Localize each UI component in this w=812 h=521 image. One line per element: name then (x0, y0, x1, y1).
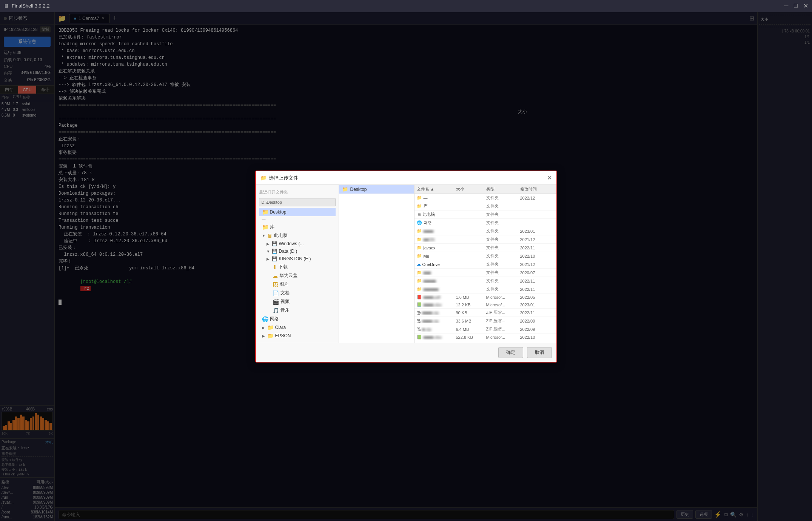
file-table-header: 文件名 ▲ 大小 类型 修改时间 (414, 185, 556, 194)
mid-label: Desktop (350, 187, 367, 192)
tree-label: 网络 (270, 316, 279, 322)
file-row[interactable]: 📁■■■■■ 文件夹 2022/11 (414, 277, 556, 285)
tree-label: 华为云盘 (279, 272, 297, 279)
app-title: FinalShell 3.9.2.2 (12, 3, 49, 9)
recent-path[interactable]: D:\Desktop (259, 198, 336, 206)
file-row[interactable]: 🗜■.zip 6.4 MB ZIP 压缩... 2022/09 (414, 325, 556, 334)
file-row[interactable]: 📁■■■■ 文件夹 2023/01 (414, 227, 556, 235)
file-row[interactable]: 🌐网络 文件夹 (414, 219, 556, 227)
minimize-btn[interactable]: ─ (784, 2, 788, 9)
file-row[interactable]: 📁库 文件夹 (414, 202, 556, 211)
tree-item-ku[interactable]: 📁 库 (259, 223, 336, 231)
tree-item-music[interactable]: 🎵 音乐 (259, 306, 336, 315)
pdf-icon: 📕 (417, 295, 422, 300)
tree-item-pictures[interactable]: 🖼 图片 (259, 280, 336, 289)
mid-item-desktop[interactable]: 📁 Desktop (339, 185, 414, 194)
tree-item-kingston[interactable]: ▶ 💾 KINGSTON (E:) (259, 255, 336, 263)
tree-label: 图片 (279, 281, 288, 287)
file-row[interactable]: 📗■■■■.xlsx 522.8 KB Microsof... 2022/10 (414, 334, 556, 341)
tree-item-desktop[interactable]: 📁 Desktop (259, 208, 336, 216)
file-row[interactable]: 🗜■■■■.zip 33.6 MB ZIP 压缩... 2022/09 (414, 317, 556, 325)
dialog-titlebar: 📁 选择上传文件 ✕ (256, 171, 556, 185)
file-row[interactable]: 📁javaex 文件夹 2022/11 (414, 244, 556, 252)
file-row[interactable]: 📗■■■■.xlsx 12.2 KB Microsof... 2023/01 (414, 301, 556, 309)
folder-icon: 🖼 (273, 281, 278, 287)
tree-item-windows[interactable]: ▶ 💾 Windows (... (259, 240, 336, 247)
close-btn[interactable]: ✕ (803, 2, 808, 9)
dialog-close-button[interactable]: ✕ (547, 174, 552, 181)
drive-icon: 💾 (272, 249, 277, 254)
folder-icon: 📁 (417, 254, 422, 258)
tree-label: 文档 (280, 290, 290, 296)
tree-item-network[interactable]: 🌐 网络 (259, 315, 336, 323)
file-row[interactable]: 🗜■■■■.zip 90 KB ZIP 压缩... 2022/11 (414, 309, 556, 317)
tree-item-huawei[interactable]: ☁ 华为云盘 (259, 271, 336, 280)
folder-icon: 📄 (273, 290, 279, 296)
tree-item-data[interactable]: ▼ 💾 Data (D:) (259, 247, 336, 255)
titlebar: 🖥 FinalShell 3.9.2.2 ─ □ ✕ (0, 0, 812, 12)
folder-icon: 🎵 (273, 307, 279, 314)
tree-item-download[interactable]: ⬇ 下载 (259, 263, 336, 271)
file-row[interactable]: ☁OneDrive 文件夹 2021/12 (414, 260, 556, 269)
file-row[interactable]: 📁■■■ 文件夹 2020/07 (414, 269, 556, 277)
folder-icon: 🌐 (417, 220, 422, 225)
col-type[interactable]: 类型 (486, 186, 520, 192)
file-row[interactable]: 📕■■■■.pdf 1.6 MB Microsof... 2022/05 (414, 294, 556, 301)
tree-label: KINGSTON (E:) (279, 256, 311, 261)
file-upload-dialog: 📁 选择上传文件 ✕ 最近打开文件夹 D:\Desktop 📁 Desktop … (255, 171, 557, 363)
folder-icon: ⬇ (273, 264, 277, 270)
tree-item-epson[interactable]: ▶ 📁 EPSON (259, 332, 336, 340)
dialog-footer: 确定 取消 (256, 343, 556, 362)
tree-item-clara[interactable]: ▶ 📁 Clara (259, 323, 336, 332)
folder-icon: 📁 (417, 204, 422, 209)
col-size[interactable]: 大小 (456, 186, 486, 192)
window-controls[interactable]: ─ □ ✕ (784, 2, 808, 9)
dialog-middle-pane: 📁 Desktop (339, 185, 414, 343)
tree-label: Desktop (270, 209, 287, 215)
dialog-overlay: 📁 选择上传文件 ✕ 最近打开文件夹 D:\Desktop 📁 Desktop … (0, 12, 812, 521)
dialog-confirm-button[interactable]: 确定 (498, 347, 523, 358)
file-row[interactable]: 📁Me 文件夹 2022/10 (414, 252, 556, 260)
tree-item-video[interactable]: 🎬 视频 (259, 297, 336, 306)
folder-icon: 📁 (417, 195, 422, 200)
tree-item-dash[interactable]: — (259, 216, 336, 223)
file-row[interactable]: 📁■■■■■■ 文件夹 2022/11 (414, 285, 556, 294)
folder-icon: ☁ (273, 273, 278, 279)
folder-icon: 📁 (417, 270, 422, 275)
tree-item-thispc[interactable]: ▼ 🖥 此电脑 (259, 231, 336, 240)
tree-item-docs[interactable]: 📄 文档 (259, 289, 336, 297)
folder-icon: 📁 (417, 278, 422, 283)
file-row[interactable]: 🖥此电脑 文件夹 (414, 211, 556, 219)
app-icon: 🖥 (4, 3, 9, 9)
col-filename[interactable]: 文件名 ▲ (417, 186, 456, 192)
tree-label: Windows (... (279, 241, 304, 246)
folder-icon: 📁 (417, 245, 422, 250)
maximize-btn[interactable]: □ (794, 2, 798, 9)
dialog-left-pane: 最近打开文件夹 D:\Desktop 📁 Desktop — 📁 库 (256, 185, 339, 343)
col-date[interactable]: 修改时间 (520, 186, 554, 192)
file-table-body: 📁— 文件夹 2022/12 📁库 文件夹 🖥此电脑 文件 (414, 194, 556, 343)
file-row[interactable]: 📁■■ON 文件夹 2021/12 (414, 235, 556, 244)
folder-icon: 🖥 (417, 212, 421, 217)
file-row[interactable]: 📁— 文件夹 2022/12 (414, 194, 556, 202)
folder-icon: 📁 (342, 186, 348, 192)
dialog-title: 📁 选择上传文件 (260, 175, 298, 181)
dialog-cancel-button[interactable]: 取消 (527, 347, 552, 358)
dialog-folder-icon: 📁 (260, 175, 267, 181)
folder-icon: 📁 (417, 229, 422, 234)
folder-icon: 📁 (267, 333, 274, 339)
tree-label: 下载 (279, 264, 288, 270)
folder-icon: 📁 (262, 209, 268, 215)
tree-label: 库 (270, 224, 274, 230)
folder-icon: 📁 (417, 287, 422, 292)
tree-label: Clara (275, 325, 286, 330)
folder-icon: 🖥 (267, 233, 273, 239)
dialog-right-pane: 文件名 ▲ 大小 类型 修改时间 📁— 文件夹 2022/12 📁库 (414, 185, 556, 343)
zip-icon: 🗜 (417, 327, 421, 332)
drive-icon: 💾 (272, 256, 277, 261)
dialog-body: 最近打开文件夹 D:\Desktop 📁 Desktop — 📁 库 (256, 185, 556, 343)
drive-icon: 💾 (272, 241, 277, 246)
tree-label: Data (D:) (279, 249, 297, 254)
folder-icon: 📁 (262, 224, 268, 230)
onedrive-icon: ☁ (417, 262, 421, 267)
